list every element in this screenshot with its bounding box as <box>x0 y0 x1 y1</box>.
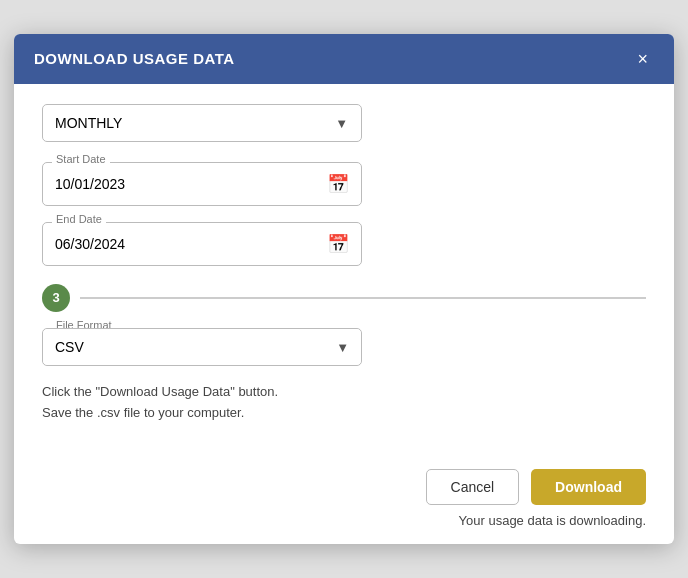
frequency-select[interactable]: MONTHLY WEEKLY DAILY <box>42 104 362 142</box>
modal-container: DOWNLOAD USAGE DATA × MONTHLY WEEKLY DAI… <box>14 34 674 545</box>
file-format-select-container: CSV XLSX JSON ▼ <box>42 328 362 366</box>
end-date-input-wrapper: 📅 <box>42 222 362 266</box>
end-date-input[interactable] <box>55 236 319 252</box>
frequency-select-wrapper: MONTHLY WEEKLY DAILY ▼ <box>42 104 646 142</box>
step-divider: 3 <box>42 284 646 312</box>
start-date-label: Start Date <box>52 153 110 165</box>
modal-body: MONTHLY WEEKLY DAILY ▼ Start Date 📅 End … <box>14 84 674 460</box>
start-date-input[interactable] <box>55 176 319 192</box>
modal-footer: Cancel Download Your usage data is downl… <box>14 459 674 544</box>
hint-line2: Save the .csv file to your computer. <box>42 405 244 420</box>
close-button[interactable]: × <box>631 48 654 70</box>
step-number-badge: 3 <box>42 284 70 312</box>
divider-line <box>80 297 646 299</box>
start-date-input-wrapper: 📅 <box>42 162 362 206</box>
hint-line1: Click the "Download Usage Data" button. <box>42 384 278 399</box>
end-date-field: End Date 📅 <box>42 222 362 266</box>
modal-title: DOWNLOAD USAGE DATA <box>34 50 235 67</box>
start-date-calendar-icon[interactable]: 📅 <box>327 173 349 195</box>
file-format-wrapper: File Format CSV XLSX JSON ▼ <box>42 328 362 366</box>
footer-buttons: Cancel Download <box>426 469 646 505</box>
cancel-button[interactable]: Cancel <box>426 469 520 505</box>
end-date-calendar-icon[interactable]: 📅 <box>327 233 349 255</box>
file-format-select[interactable]: CSV XLSX JSON <box>43 329 361 365</box>
hint-text: Click the "Download Usage Data" button. … <box>42 382 646 424</box>
end-date-label: End Date <box>52 213 106 225</box>
status-text: Your usage data is downloading. <box>459 513 646 528</box>
modal-header: DOWNLOAD USAGE DATA × <box>14 34 674 84</box>
start-date-field: Start Date 📅 <box>42 162 362 206</box>
download-button[interactable]: Download <box>531 469 646 505</box>
